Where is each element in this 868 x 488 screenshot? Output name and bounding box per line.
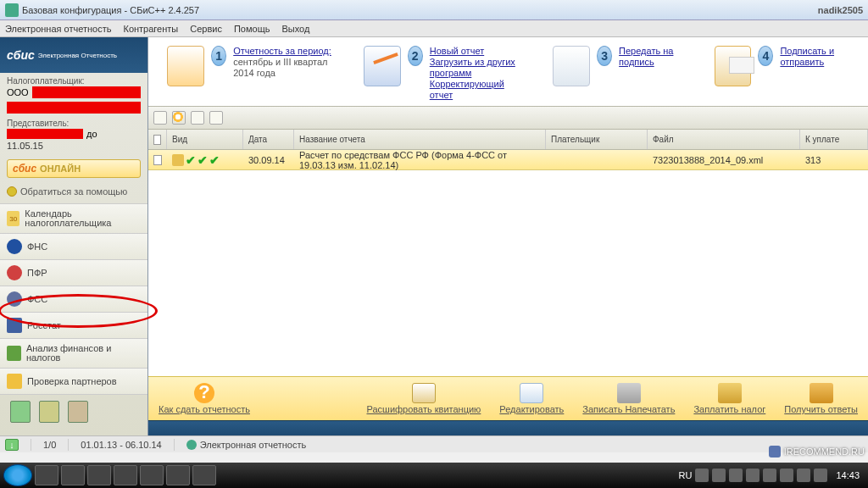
nav-fss[interactable]: ФСС (0, 286, 147, 313)
toolbar-icon[interactable] (191, 111, 204, 125)
tray-icon[interactable] (780, 469, 793, 482)
toolbar-icon[interactable] (153, 111, 167, 125)
pfr-icon (7, 265, 22, 280)
fss-icon (7, 291, 22, 307)
clock[interactable]: 14:43 (836, 470, 860, 480)
action-reply[interactable]: Получить ответы (784, 383, 858, 414)
step2-correction[interactable]: Корректирующий отчет (430, 79, 525, 101)
col-vid[interactable]: Вид (167, 130, 243, 149)
step3-sign[interactable]: Передать на подпись (619, 46, 686, 68)
row-checkbox[interactable] (153, 155, 162, 165)
step2-new-report[interactable]: Новый отчет (430, 46, 525, 57)
sbis-online-button[interactable]: сбис ОНЛАЙН (7, 159, 141, 178)
menubar: Электронная отчетность Контрагенты Серви… (0, 20, 868, 37)
col-amount[interactable]: К уплате (800, 130, 868, 149)
step-1: 1 Отчетность за период: сентябрь и III к… (164, 46, 335, 101)
menu-contragents[interactable]: Контрагенты (123, 24, 178, 34)
calendar-illustration-icon (167, 46, 204, 86)
menu-reporting[interactable]: Электронная отчетность (5, 24, 111, 34)
footer-strip (148, 420, 868, 435)
taskbar-app[interactable] (140, 465, 164, 485)
action-print[interactable]: Записать Напечатать (582, 383, 675, 414)
taskbar: RU 14:43 (0, 463, 868, 488)
col-file[interactable]: Файл (648, 130, 800, 149)
action-how[interactable]: ? Как сдать отчетность (159, 383, 250, 414)
action-pay[interactable]: Заплатить налог (693, 383, 765, 414)
grid-toolbar (148, 106, 868, 130)
menu-help[interactable]: Помощь (234, 24, 270, 34)
col-checkbox[interactable] (148, 130, 167, 149)
step-2: 2 Новый отчет Загрузить из других програ… (360, 46, 525, 101)
taskbar-app[interactable] (192, 465, 216, 485)
tray-icon[interactable] (746, 469, 760, 482)
nav-calendar[interactable]: 30 Календарь налогоплательщика (0, 203, 147, 234)
steps-panel: 1 Отчетность за период: сентябрь и III к… (148, 37, 868, 106)
nav-check-partners[interactable]: Проверка партнеров (0, 368, 147, 395)
pen-illustration-icon (364, 46, 401, 86)
tray-icon[interactable] (797, 469, 810, 482)
table-row[interactable]: ✔ ✔ ✔ 30.09.14 Расчет по средствам ФСС Р… (148, 150, 868, 170)
representative-suffix: до (86, 129, 97, 139)
question-icon: ? (194, 383, 214, 403)
taskbar-app[interactable] (87, 465, 111, 485)
representative-redacted (7, 129, 83, 139)
check-icon: ✔ (198, 153, 208, 167)
check-icon (7, 374, 22, 389)
badge-icon (39, 401, 59, 423)
step-3: 3 Передать на подпись (549, 46, 685, 101)
badge-icon (10, 401, 31, 423)
cert-badges (0, 394, 147, 430)
nav-pfr[interactable]: ПФР (0, 259, 147, 286)
search-icon[interactable] (172, 111, 186, 125)
watermark-icon (769, 446, 781, 458)
action-decode[interactable]: Расшифровать квитанцию (366, 383, 481, 414)
menu-service[interactable]: Сервис (190, 24, 222, 34)
tray-icon[interactable] (729, 469, 743, 482)
logo: сбис Электронная Отчетность (0, 37, 147, 73)
download-icon[interactable]: ↓ (5, 439, 19, 451)
step4-send[interactable]: Подписать и отправить (780, 46, 853, 68)
tray-icon[interactable] (712, 469, 726, 482)
representative-label: Представитель: (0, 115, 147, 129)
menu-exit[interactable]: Выход (281, 24, 309, 34)
nav-analysis[interactable]: Анализ финансов и налогов (0, 338, 147, 369)
taskbar-app[interactable] (166, 465, 190, 485)
taskbar-app[interactable] (35, 465, 58, 485)
row-type-icon (172, 154, 184, 166)
step2-load[interactable]: Загрузить из других программ (430, 57, 525, 79)
start-button[interactable] (3, 464, 32, 486)
check-icon: ✔ (186, 153, 196, 167)
representative-row: до (0, 129, 147, 141)
help-link[interactable]: Обратиться за помощью (0, 183, 147, 200)
action-bar: ? Как сдать отчетность Расшифровать квит… (148, 376, 868, 420)
step1-period: сентябрь и III квартал 2014 года (233, 57, 327, 78)
step1-link[interactable]: Отчетность за период: (233, 46, 334, 57)
action-edit[interactable]: Редактировать (499, 383, 564, 414)
col-name[interactable]: Название отчета (294, 130, 546, 149)
col-date[interactable]: Дата (243, 130, 294, 149)
username-label: nadik2505 (818, 5, 863, 15)
col-payer[interactable]: Плательщик (546, 130, 648, 149)
taxpayer-redacted (32, 86, 141, 98)
tray-lang[interactable]: RU (679, 470, 693, 480)
toolbar-icon[interactable] (209, 111, 223, 125)
pay-icon (718, 383, 742, 403)
tray-icon[interactable] (695, 469, 709, 482)
globe-icon (186, 440, 197, 450)
taskbar-app[interactable] (61, 465, 85, 485)
taxpayer-redacted2 (7, 102, 141, 114)
send-illustration-icon (715, 46, 752, 86)
grid-header: Вид Дата Название отчета Плательщик Файл… (148, 130, 868, 150)
cell-date: 30.09.14 (243, 150, 294, 169)
nav-fns[interactable]: ФНС (0, 233, 147, 260)
statusbar: ↓ 1/0 01.01.13 - 06.10.14 Электронная от… (0, 435, 868, 452)
nav-rosstat[interactable]: Росстат (0, 312, 147, 339)
taskbar-app[interactable] (114, 465, 137, 485)
representative-date: 11.05.15 (0, 141, 147, 154)
tray-icon[interactable] (814, 469, 827, 482)
check-icon: ✔ (209, 153, 220, 167)
status-period: 01.01.13 - 06.10.14 (81, 440, 161, 450)
app-icon (5, 3, 19, 17)
document-icon (412, 383, 436, 403)
tray-icon[interactable] (763, 469, 776, 482)
